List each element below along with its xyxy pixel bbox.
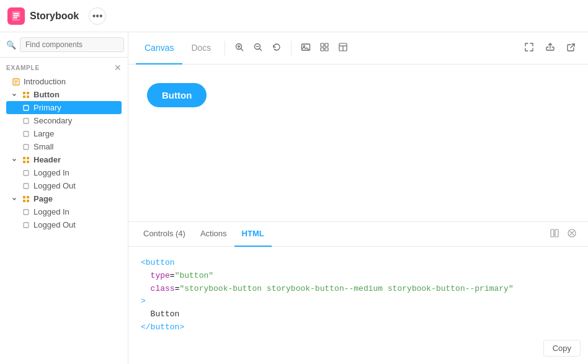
header-loggedout-label: Logged Out — [33, 181, 118, 190]
svg-point-0 — [17, 17, 20, 19]
book-icon — [12, 78, 20, 86]
search-bar: 🔍 / — [0, 32, 128, 58]
sidebar-item-page-loggedin[interactable]: Logged In — [6, 205, 122, 218]
svg-rect-9 — [24, 105, 29, 110]
svg-rect-20 — [27, 196, 29, 198]
reset-zoom-button[interactable] — [267, 39, 286, 58]
zoom-in-button[interactable] — [230, 39, 249, 58]
tab-docs[interactable]: Docs — [182, 32, 220, 64]
svg-rect-18 — [24, 184, 29, 189]
svg-rect-21 — [23, 200, 25, 202]
svg-rect-24 — [24, 223, 29, 228]
chevron-down-icon-header — [10, 156, 19, 164]
header-group-label: Header — [33, 155, 118, 164]
topbar: Storybook ••• — [0, 0, 588, 32]
dots-icon: ••• — [92, 11, 103, 22]
sidebar-item-introduction[interactable]: Introduction — [6, 75, 122, 88]
svg-rect-42 — [555, 229, 558, 237]
menu-button[interactable]: ••• — [89, 7, 106, 25]
copy-button[interactable]: Copy — [543, 340, 581, 357]
svg-rect-8 — [27, 95, 29, 98]
sidebar-item-button-primary[interactable]: Primary — [6, 101, 122, 114]
svg-rect-35 — [325, 43, 328, 47]
svg-line-30 — [260, 48, 262, 51]
small-label: Small — [33, 142, 118, 151]
layout-button[interactable] — [334, 39, 352, 58]
share-icon — [545, 42, 555, 55]
app-title: Storybook — [30, 11, 79, 22]
story-icon-hlo — [22, 182, 30, 190]
logo-icon — [7, 7, 25, 25]
panel-tabs: Controls (4) Actions HTML — [128, 222, 588, 247]
tab-html[interactable]: HTML — [234, 222, 272, 247]
background-button[interactable] — [296, 39, 315, 58]
sidebar-item-button-large[interactable]: Large — [6, 127, 122, 140]
sidebar-section: EXAMPLE ✕ Introduction Button — [0, 58, 128, 234]
svg-rect-11 — [24, 131, 29, 136]
section-label: EXAMPLE — [6, 64, 40, 71]
preview-button[interactable]: Button — [147, 83, 207, 107]
tab-controls[interactable]: Controls (4) — [136, 222, 193, 247]
zoom-in-icon — [234, 42, 244, 55]
sidebar-item-page-group[interactable]: Page — [6, 192, 122, 205]
panel-split-button[interactable] — [546, 226, 563, 243]
toolbar-right — [520, 39, 581, 58]
search-icon: 🔍 — [6, 40, 16, 50]
svg-rect-34 — [321, 43, 324, 47]
share-button[interactable] — [541, 39, 559, 58]
svg-rect-13 — [23, 157, 25, 159]
svg-rect-16 — [27, 161, 29, 163]
close-section-button[interactable]: ✕ — [114, 63, 122, 73]
image-icon — [301, 42, 311, 55]
large-label: Large — [33, 129, 118, 138]
external-link-icon — [566, 42, 576, 55]
secondary-label: Secondary — [33, 116, 118, 125]
svg-rect-7 — [23, 95, 25, 98]
content-main: Button Controls (4) Actions HTML — [128, 64, 588, 364]
story-icon-large — [22, 130, 30, 138]
tab-actions[interactable]: Actions — [193, 222, 234, 247]
zoom-out-icon — [253, 42, 263, 55]
svg-rect-37 — [325, 48, 328, 51]
logo: Storybook — [7, 7, 79, 25]
sidebar: 🔍 / EXAMPLE ✕ Introduction — [0, 32, 128, 364]
svg-point-33 — [304, 45, 305, 47]
canvas-area: Button — [128, 64, 588, 126]
fullscreen-button[interactable] — [520, 39, 538, 58]
code-panel: <button type="button" class="storybook-b… — [128, 247, 588, 364]
tab-canvas[interactable]: Canvas — [136, 32, 182, 64]
new-window-button[interactable] — [562, 39, 581, 58]
sidebar-item-header-group[interactable]: Header — [6, 153, 122, 166]
svg-rect-36 — [321, 48, 324, 51]
panel-close-button[interactable] — [563, 226, 581, 243]
sidebar-item-button-small[interactable]: Small — [6, 140, 122, 153]
sidebar-item-header-loggedin[interactable]: Logged In — [6, 166, 122, 179]
grid-icon — [22, 91, 30, 99]
story-icon-secondary — [22, 117, 30, 125]
svg-rect-5 — [23, 92, 25, 94]
expand-icon — [524, 42, 534, 55]
header-loggedin-label: Logged In — [33, 168, 118, 177]
toolbar-separator-2 — [291, 41, 292, 56]
svg-rect-41 — [551, 229, 554, 237]
primary-label: Primary — [33, 103, 118, 112]
sidebar-item-button-group[interactable]: Button — [6, 88, 122, 101]
svg-rect-19 — [23, 196, 25, 198]
sidebar-item-header-loggedout[interactable]: Logged Out — [6, 179, 122, 192]
page-loggedin-label: Logged In — [33, 207, 118, 216]
panel: Controls (4) Actions HTML — [128, 221, 588, 364]
code-line-1: <button — [141, 257, 576, 270]
search-input[interactable] — [20, 37, 124, 52]
story-icon-plo — [22, 221, 30, 229]
toolbar-separator — [225, 41, 225, 56]
page-group-label: Page — [33, 194, 118, 203]
code-line-6: </button> — [141, 321, 576, 334]
grid-toggle-button[interactable] — [315, 39, 334, 58]
chevron-down-icon-page — [10, 195, 19, 203]
close-icon — [567, 228, 577, 241]
story-icon-pli — [22, 208, 30, 216]
sidebar-item-page-loggedout[interactable]: Logged Out — [6, 218, 122, 231]
story-icon-hli — [22, 169, 30, 177]
zoom-out-button[interactable] — [249, 39, 267, 58]
sidebar-item-button-secondary[interactable]: Secondary — [6, 114, 122, 127]
